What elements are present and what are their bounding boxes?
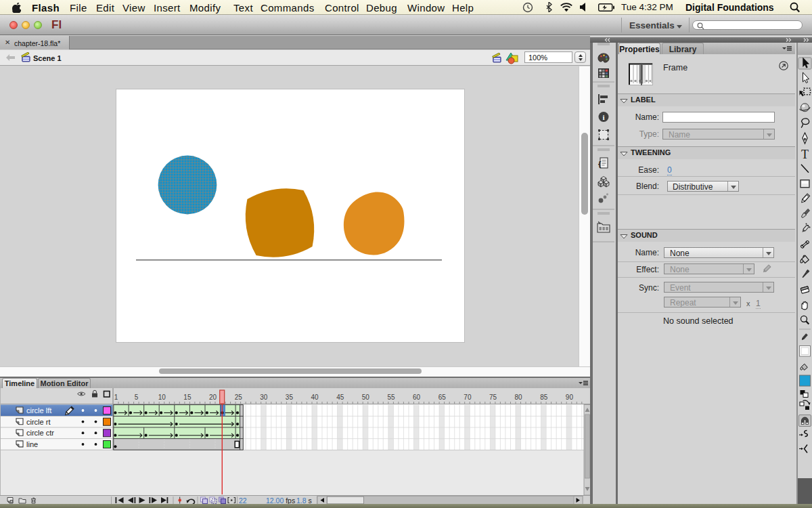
svg-text:80: 80 [515, 394, 523, 401]
svg-text:20: 20 [209, 394, 217, 401]
svg-text:30: 30 [260, 394, 268, 401]
svg-text:45: 45 [336, 394, 344, 401]
svg-text:circle rt: circle rt [26, 418, 50, 426]
svg-text:circle lft: circle lft [26, 406, 51, 415]
svg-text:{: { [598, 160, 602, 168]
svg-text:35: 35 [286, 394, 294, 401]
svg-text:i: i [602, 113, 604, 121]
svg-text:75: 75 [489, 394, 497, 401]
svg-text:85: 85 [540, 394, 548, 401]
svg-text:line: line [26, 440, 38, 448]
svg-text:T: T [801, 148, 809, 161]
svg-text:1: 1 [114, 394, 118, 401]
svg-text:25: 25 [235, 394, 243, 401]
svg-text:circle ctr: circle ctr [26, 429, 54, 437]
svg-text:5: 5 [135, 394, 139, 401]
svg-text:55: 55 [387, 394, 395, 401]
svg-text:40: 40 [311, 394, 319, 401]
svg-text:65: 65 [438, 394, 447, 401]
svg-text:90: 90 [566, 394, 574, 401]
svg-text:15: 15 [183, 394, 191, 401]
svg-text:70: 70 [464, 394, 472, 401]
svg-text:60: 60 [413, 394, 421, 401]
svg-text:50: 50 [362, 394, 370, 401]
svg-text:10: 10 [158, 394, 166, 401]
